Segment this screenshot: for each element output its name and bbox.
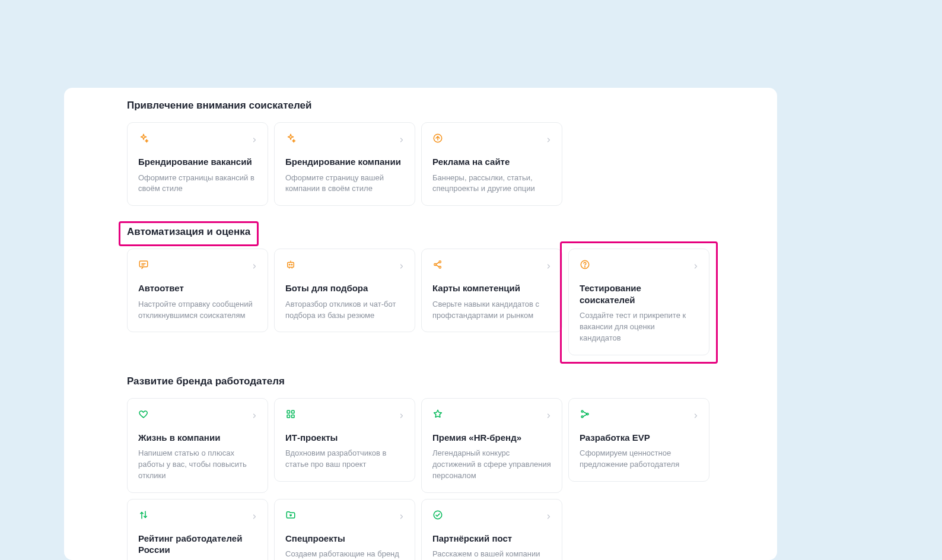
card-description: Напишем статью о плюсах работы у вас, чт… <box>138 448 257 482</box>
card-description: Легендарный конкурс достижений в сфере у… <box>432 448 551 482</box>
card-automation-1[interactable]: Боты для подбораАвторазбор откликов и ча… <box>274 249 415 332</box>
chevron-right-icon <box>251 512 257 518</box>
card-grid-attract: Брендирование вакансийОформите страницы … <box>127 122 743 206</box>
chat-icon <box>138 259 149 270</box>
card-description: Оформите страницы вакансий в своём стиле <box>138 173 257 195</box>
card-description: Баннеры, рассылки, статьи, спецпроекты и… <box>432 173 551 195</box>
chevron-right-icon <box>545 135 551 141</box>
card-branding-1[interactable]: ИТ-проектыВдохновим разработчиков в стат… <box>274 398 415 482</box>
chevron-right-icon <box>251 262 257 268</box>
card-description: Вдохновим разработчиков в статье про ваш… <box>285 448 404 470</box>
main-panel: Привлечение внимания соискателейБрендиро… <box>64 88 777 560</box>
network-icon <box>580 409 590 419</box>
card-branding-5[interactable]: СпецпроектыСоздаем работающие на бренд <box>274 499 415 560</box>
card-description: Авторазбор откликов и чат-бот подбора из… <box>285 299 404 322</box>
heart-icon <box>138 409 149 419</box>
card-title: Разработка EVP <box>580 432 698 444</box>
card-icon-row <box>138 509 257 521</box>
card-description: Сформируем ценностное предложение работо… <box>580 448 698 470</box>
svg-point-3 <box>289 264 290 265</box>
card-description: Расскажем о вашей компании <box>432 549 551 560</box>
sparkle-icon <box>138 133 149 144</box>
card-automation-0[interactable]: АвтоответНастройте отправку сообщений от… <box>127 249 268 332</box>
card-icon-row <box>285 259 404 271</box>
grid-icon <box>285 409 296 419</box>
card-attract-2[interactable]: Реклама на сайтеБаннеры, рассылки, стать… <box>421 122 562 206</box>
question-circle-icon <box>580 259 590 270</box>
card-grid-branding: Жизнь в компанииНапишем статью о плюсах … <box>127 398 743 560</box>
card-description: Оформите страницу вашей компании в своём… <box>285 173 404 195</box>
card-title: Брендирование вакансий <box>138 156 257 168</box>
check-circle-icon <box>432 510 443 520</box>
card-icon-row <box>285 132 404 144</box>
svg-rect-13 <box>292 415 295 418</box>
card-icon-row <box>138 408 257 420</box>
bot-icon <box>285 259 296 270</box>
arrows-updown-icon <box>138 510 149 520</box>
card-grid-automation: АвтоответНастройте отправку сообщений от… <box>127 249 743 355</box>
chevron-right-icon <box>545 262 551 268</box>
card-branding-6[interactable]: Партнёрский постРасскажем о вашей компан… <box>421 499 562 560</box>
svg-rect-12 <box>287 415 290 418</box>
card-title: Премия «HR-бренд» <box>432 432 551 444</box>
card-description: Сверьте навыки кандидатов с профстандарт… <box>432 299 551 322</box>
card-icon-row <box>580 259 698 271</box>
chevron-right-icon <box>398 411 404 417</box>
svg-point-4 <box>291 264 292 265</box>
card-icon-row <box>138 132 257 144</box>
card-description: Создайте тест и прикрепите к вакансии дл… <box>580 310 698 344</box>
chevron-right-icon <box>692 411 698 417</box>
card-title: Партнёрский пост <box>432 533 551 545</box>
card-branding-0[interactable]: Жизнь в компанииНапишем статью о плюсах … <box>127 398 268 493</box>
svg-point-9 <box>585 266 585 267</box>
card-automation-3[interactable]: Тестирование соискателейСоздайте тест и … <box>568 249 709 355</box>
chevron-right-icon <box>545 512 551 518</box>
card-automation-2[interactable]: Карты компетенцийСверьте навыки кандидат… <box>421 249 562 332</box>
card-icon-row <box>432 259 551 271</box>
section-heading-attract: Привлечение внимания соискателей <box>127 100 311 112</box>
card-title: Жизнь в компании <box>138 432 257 444</box>
card-branding-2[interactable]: Премия «HR-бренд»Легендарный конкурс дос… <box>421 398 562 493</box>
card-branding-4[interactable]: Рейтинг работодателей РоссииНаиболее мас… <box>127 499 268 560</box>
card-icon-row <box>285 408 404 420</box>
card-title: ИТ-проекты <box>285 432 404 444</box>
card-title: Рейтинг работодателей России <box>138 533 257 556</box>
card-description: Настройте отправку сообщений откликнувши… <box>138 299 257 322</box>
svg-point-17 <box>434 511 442 519</box>
card-icon-row <box>580 408 698 420</box>
svg-rect-2 <box>288 262 294 267</box>
card-attract-1[interactable]: Брендирование компанииОформите страницу … <box>274 122 415 206</box>
chevron-right-icon <box>251 135 257 141</box>
chevron-right-icon <box>398 135 404 141</box>
card-title: Карты компетенций <box>432 282 551 294</box>
card-description: Создаем работающие на бренд <box>285 549 404 560</box>
card-title: Брендирование компании <box>285 156 404 168</box>
card-icon-row <box>285 509 404 521</box>
share-icon <box>432 259 443 270</box>
svg-rect-10 <box>287 411 290 413</box>
sparkle-icon <box>285 133 296 144</box>
section-heading-automation: Автоматизация и оценка <box>127 226 250 238</box>
card-icon-row <box>138 259 257 271</box>
card-title: Спецпроекты <box>285 533 404 545</box>
arrow-up-circle-icon <box>432 133 443 144</box>
star-icon <box>432 409 443 419</box>
chevron-right-icon <box>692 262 698 268</box>
card-branding-3[interactable]: Разработка EVPСформируем ценностное пред… <box>568 398 709 482</box>
content: Привлечение внимания соискателейБрендиро… <box>64 88 777 560</box>
card-icon-row <box>432 509 551 521</box>
chevron-right-icon <box>398 262 404 268</box>
card-title: Боты для подбора <box>285 282 404 294</box>
card-icon-row <box>432 132 551 144</box>
svg-rect-11 <box>292 411 295 413</box>
card-title: Реклама на сайте <box>432 156 551 168</box>
folder-heart-icon <box>285 510 296 520</box>
chevron-right-icon <box>398 512 404 518</box>
card-title: Автоответ <box>138 282 257 294</box>
section-heading-branding: Развитие бренда работодателя <box>127 376 285 387</box>
chevron-right-icon <box>251 411 257 417</box>
card-attract-0[interactable]: Брендирование вакансийОформите страницы … <box>127 122 268 206</box>
card-icon-row <box>432 408 551 420</box>
card-title: Тестирование соискателей <box>580 282 698 306</box>
chevron-right-icon <box>545 411 551 417</box>
